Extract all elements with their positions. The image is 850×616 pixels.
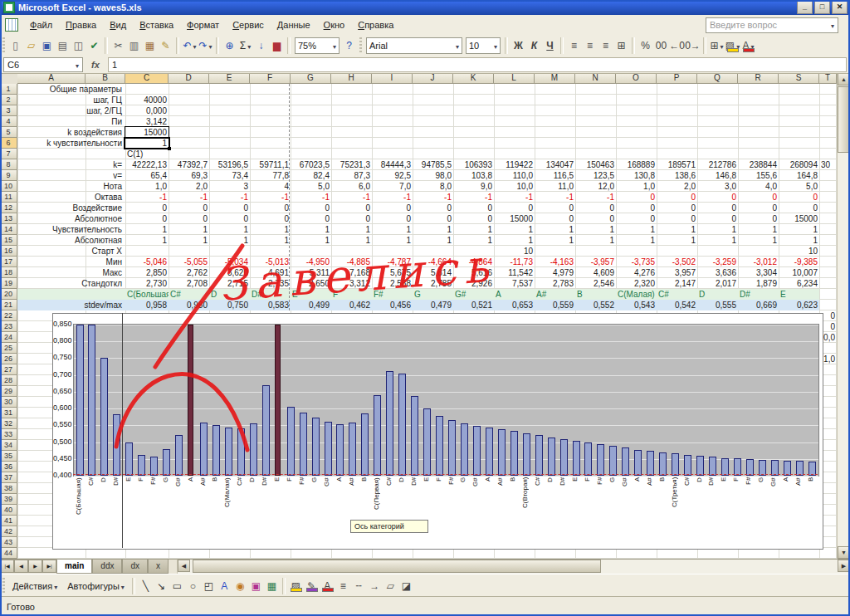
cell[interactable]: 116,5 — [535, 170, 575, 181]
cell[interactable]: 212786 — [697, 159, 738, 170]
cell[interactable]: G# — [453, 289, 494, 300]
cell[interactable]: -1 — [125, 192, 169, 203]
cell[interactable]: Пи — [18, 116, 124, 127]
column-header[interactable]: N — [575, 73, 616, 84]
diagram[interactable]: ◉ — [232, 578, 248, 594]
cell[interactable]: 2,017 — [697, 278, 738, 289]
cell[interactable]: 110,0 — [494, 170, 535, 181]
cell[interactable]: 9,0 — [453, 181, 494, 192]
row-header[interactable]: 39 — [0, 494, 17, 505]
cell[interactable]: 0 — [291, 213, 331, 224]
formula-input[interactable]: 1 — [108, 57, 847, 72]
selection-fill-handle[interactable] — [168, 147, 171, 150]
row-header[interactable]: 20 — [0, 289, 17, 300]
column-header[interactable]: P — [657, 73, 697, 84]
cell[interactable]: 138,6 — [657, 170, 697, 181]
cell[interactable]: 0 — [250, 203, 291, 213]
cell[interactable]: 75231,3 — [331, 159, 372, 170]
cell[interactable]: 4,609 — [575, 267, 616, 278]
cell[interactable]: 150463 — [575, 159, 616, 170]
cell[interactable]: 0 — [779, 192, 819, 203]
row-header[interactable]: 30 — [0, 397, 17, 408]
cell[interactable]: -3,957 — [575, 257, 616, 267]
cell[interactable]: 8,0 — [413, 181, 453, 192]
cell[interactable]: 0 — [819, 310, 837, 321]
decrease-decimal[interactable]: 0→ — [685, 38, 701, 54]
cell[interactable]: 1 — [291, 235, 331, 246]
cell[interactable]: Стандоткл — [18, 278, 124, 289]
menu-item[interactable]: Правка — [59, 17, 103, 32]
cell[interactable]: 0,499 — [291, 300, 331, 310]
row-header[interactable]: 40 — [0, 505, 17, 516]
align-center[interactable]: ≡ — [582, 38, 598, 54]
column-header[interactable]: L — [494, 73, 535, 84]
cell[interactable]: 103,8 — [453, 170, 494, 181]
dash-style[interactable]: ╌ — [351, 578, 367, 594]
cell[interactable]: 3,636 — [697, 267, 738, 278]
cell[interactable]: -4,950 — [291, 257, 331, 267]
cell[interactable]: -4,664 — [413, 257, 453, 267]
spelling[interactable]: ✔ — [86, 38, 102, 54]
cell[interactable]: -1 — [535, 192, 575, 203]
cell[interactable]: 0 — [125, 203, 169, 213]
cell[interactable]: 1,0 — [125, 181, 169, 192]
cell[interactable]: 0,479 — [413, 300, 453, 310]
autoshapes-menu[interactable]: Автофигуры — [62, 579, 129, 593]
cell[interactable]: -9,385 — [779, 257, 819, 267]
cell[interactable]: A# — [535, 289, 575, 300]
cell[interactable]: 238844 — [738, 159, 779, 170]
cell[interactable]: 0,552 — [575, 300, 616, 310]
cell[interactable]: 1 — [125, 235, 169, 246]
cell[interactable]: F# — [372, 289, 413, 300]
menu-item[interactable]: Сервис — [226, 17, 271, 32]
line-style[interactable]: ≡ — [335, 578, 351, 594]
cell[interactable]: 1 — [657, 235, 697, 246]
cell[interactable]: k= — [18, 159, 124, 170]
cell[interactable]: 7,168 — [331, 267, 372, 278]
cell[interactable]: -5,034 — [209, 257, 250, 267]
menu-item[interactable]: Формат — [180, 17, 226, 32]
bold[interactable]: Ж — [510, 38, 526, 54]
autosum[interactable]: Σ — [237, 38, 253, 54]
cell[interactable]: 1 — [413, 235, 453, 246]
cell[interactable]: 0 — [738, 192, 779, 203]
cell[interactable]: Октава — [18, 192, 124, 203]
restore-button[interactable]: □ — [814, 1, 830, 14]
undo[interactable]: ↶ — [182, 38, 198, 54]
row-header[interactable]: 24 — [0, 332, 17, 343]
new-document[interactable]: ▯ — [7, 38, 23, 54]
cell[interactable]: 1 — [413, 224, 453, 235]
question-box[interactable]: Введите вопрос — [706, 17, 838, 33]
cell[interactable]: 0 — [697, 192, 738, 203]
row-header[interactable]: 7 — [0, 149, 17, 159]
cell[interactable]: 0 — [779, 203, 819, 213]
cell[interactable]: 11,542 — [494, 267, 535, 278]
horizontal-scroll-thumb[interactable] — [193, 560, 601, 573]
cell[interactable]: 2,708 — [169, 278, 209, 289]
comma-style[interactable]: 00 — [653, 38, 669, 54]
cell[interactable]: 2,735 — [250, 278, 291, 289]
font-name[interactable]: Arial — [366, 37, 462, 54]
cell[interactable]: 1 — [494, 224, 535, 235]
cell[interactable]: 15000 — [494, 213, 535, 224]
cell[interactable]: 69,3 — [169, 170, 209, 181]
row-header[interactable]: 28 — [0, 375, 17, 386]
cell[interactable]: 84444,3 — [372, 159, 413, 170]
cell[interactable]: 0,456 — [372, 300, 413, 310]
cell[interactable]: 0,559 — [535, 300, 575, 310]
cell[interactable]: 3,304 — [738, 267, 779, 278]
cell[interactable]: k воздействия — [18, 127, 124, 138]
cell[interactable]: 47392,7 — [169, 159, 209, 170]
cell[interactable]: D# — [250, 289, 291, 300]
column-header[interactable]: I — [372, 73, 413, 84]
row-header[interactable]: 38 — [0, 483, 17, 494]
cell[interactable]: 2,0 — [169, 181, 209, 192]
column-header[interactable]: D — [169, 73, 209, 84]
cell[interactable]: 42222,13 — [125, 159, 169, 170]
cell[interactable]: 82,4 — [291, 170, 331, 181]
menu-item[interactable]: Данные — [271, 17, 317, 32]
cell[interactable]: 53196,5 — [209, 159, 250, 170]
cell[interactable]: 2,926 — [453, 278, 494, 289]
column-header[interactable]: K — [453, 73, 494, 84]
cell[interactable]: 0 — [331, 213, 372, 224]
